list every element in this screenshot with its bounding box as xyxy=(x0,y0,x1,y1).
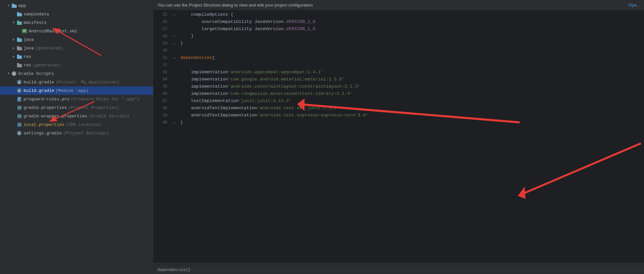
svg-line-48 xyxy=(520,143,641,195)
folder-icon-java xyxy=(17,37,22,42)
manifest-label: AndroidManifest.xml xyxy=(29,29,77,34)
tree-item-gradle-props[interactable]: gradle.properties (Project Properties) xyxy=(0,103,153,112)
code-line-39: androidTestImplementation 'androidx.test… xyxy=(180,112,644,119)
tree-item-manifests[interactable]: ▼ manifests xyxy=(0,18,153,27)
gradle-wrapper-secondary: (Gradle Version) xyxy=(89,114,129,119)
code-line-35: implementation 'androidx.constraintlayou… xyxy=(180,83,644,90)
folder-icon-manifests xyxy=(17,20,22,25)
line-num-35: 35 xyxy=(154,83,167,90)
gutter-39 xyxy=(171,112,178,119)
svg-rect-9 xyxy=(17,46,19,47)
chevron-java: ▶ xyxy=(12,38,16,42)
manifest-icon: MF xyxy=(22,29,27,33)
svg-rect-13 xyxy=(17,63,19,64)
code-line-32 xyxy=(180,61,644,69)
tree-item-settings-gradle[interactable]: g settings.gradle (Project Settings) xyxy=(0,129,153,137)
chevron-app: ▼ xyxy=(7,4,10,8)
code-line-34: implementation 'com.google.android.mater… xyxy=(180,76,644,83)
chevron-gradle-props xyxy=(12,106,16,110)
bg-app-label: build.gradle xyxy=(24,88,54,93)
gradle-file-icon-project: g xyxy=(17,79,22,85)
horizontal-scrollbar[interactable] xyxy=(154,262,644,265)
gutter-27 xyxy=(171,26,178,33)
svg-text:g: g xyxy=(13,72,15,75)
svg-text:g: g xyxy=(18,132,20,135)
svg-rect-3 xyxy=(17,12,19,13)
tree-item-proguard[interactable]: proguard-rules.pro (ProGuard Rules for "… xyxy=(0,95,153,103)
svg-rect-28 xyxy=(20,108,21,109)
chevron-bg-app xyxy=(12,89,16,93)
code-line-33: implementation 'androidx.appcompat:appco… xyxy=(180,69,644,76)
local-props-label: local.properties xyxy=(24,122,64,127)
svg-rect-1 xyxy=(12,4,14,5)
code-line-29: } xyxy=(180,40,644,47)
code-line-31: dependencies { xyxy=(180,54,644,61)
gutter-37 xyxy=(171,97,178,105)
gutter-35 xyxy=(171,83,178,90)
bg-project-secondary: (Project: My_Application) xyxy=(56,80,119,85)
svg-rect-37 xyxy=(18,125,19,126)
code-line-27: targetCompatibility JavaVersion.VERSION_… xyxy=(180,26,644,33)
gradle-wrapper-label: gradle-wrapper.properties xyxy=(24,114,87,119)
svg-rect-4 xyxy=(17,22,22,25)
java-label: java xyxy=(24,37,34,42)
proguard-label: proguard-rules.pro xyxy=(24,97,69,102)
proguard-icon xyxy=(17,96,22,102)
info-link[interactable]: Ope... xyxy=(629,3,640,8)
tree-item-local-props[interactable]: local.properties (SDK Location) xyxy=(0,120,153,129)
tree-item-sampledata[interactable]: sampledata xyxy=(0,10,153,18)
tree-item-gradle-wrapper[interactable]: gradle-wrapper.properties (Gradle Versio… xyxy=(0,112,153,120)
code-line-25: compileOptions { xyxy=(180,11,644,18)
line-num-33: 33 xyxy=(154,69,167,76)
gutter-31[interactable]: ⊖ xyxy=(171,54,178,61)
code-line-36: implementation 'com.rengwuxian.materiale… xyxy=(180,90,644,97)
chevron-java-gen: ▶ xyxy=(12,46,16,50)
svg-rect-27 xyxy=(18,108,19,109)
line-num-34: 34 xyxy=(154,76,167,83)
code-editor-panel: You can use the Project Structure dialog… xyxy=(154,0,644,274)
info-message: You can use the Project Structure dialog… xyxy=(157,3,313,8)
chevron-res-gen xyxy=(12,63,16,67)
tree-items: ▼ app sampledata xyxy=(0,0,153,274)
tree-item-androidmanifest[interactable]: MF AndroidManifest.xml xyxy=(0,27,153,35)
settings-gradle-label: settings.gradle xyxy=(24,131,62,136)
tree-item-res-generated[interactable]: res (generated) xyxy=(0,61,153,69)
gutter-40[interactable]: ⊖ xyxy=(171,119,178,126)
tree-item-build-gradle-project[interactable]: g build.gradle (Project: My_Application) xyxy=(0,78,153,86)
code-line-26: sourceCompatibility JavaVersion.VERSION_… xyxy=(180,18,644,26)
line-num-39: 39 xyxy=(154,112,167,119)
svg-rect-30 xyxy=(18,115,19,116)
tree-item-gradle-scripts[interactable]: ▼ g Gradle Scripts xyxy=(0,69,153,78)
line-numbers: 25 26 27 28 29 30 31 32 33 34 35 36 37 3… xyxy=(154,10,171,262)
gradle-props-label: gradle.properties xyxy=(24,105,67,110)
chevron-gradle-wrapper xyxy=(12,114,16,118)
bg-app-secondary: (Module :app) xyxy=(56,88,89,93)
svg-rect-32 xyxy=(18,116,19,117)
java-gen-secondary: (generated) xyxy=(35,46,63,51)
gutter-26 xyxy=(171,18,178,26)
svg-rect-26 xyxy=(20,107,21,107)
svg-rect-0 xyxy=(12,5,17,8)
tree-item-app[interactable]: ▼ app xyxy=(0,1,153,10)
gutter-34 xyxy=(171,76,178,83)
chevron-sampledata xyxy=(12,12,16,16)
svg-rect-12 xyxy=(17,64,22,67)
code-line-40: } xyxy=(180,119,644,126)
settings-gradle-icon: g xyxy=(17,130,22,136)
svg-rect-38 xyxy=(20,125,21,126)
tree-item-res[interactable]: ▶ res xyxy=(0,52,153,61)
tree-item-java[interactable]: ▶ java xyxy=(0,35,153,44)
svg-rect-5 xyxy=(17,21,19,22)
gutter-29[interactable]: ⊖ xyxy=(171,40,178,47)
gutter-38 xyxy=(171,105,178,112)
svg-text:g: g xyxy=(18,89,20,92)
tree-item-java-generated[interactable]: ▶ java (generated) xyxy=(0,44,153,52)
chevron-gradle-scripts: ▼ xyxy=(7,72,10,76)
svg-rect-33 xyxy=(20,116,21,117)
gutter-28[interactable]: ⊖ xyxy=(171,33,178,40)
gutter-36 xyxy=(171,90,178,97)
svg-rect-24 xyxy=(17,106,22,110)
tree-item-build-gradle-app[interactable]: g build.gradle (Module :app) xyxy=(0,86,153,95)
gutter-25[interactable]: ⊖ xyxy=(171,11,178,18)
sampledata-label: sampledata xyxy=(24,12,49,17)
